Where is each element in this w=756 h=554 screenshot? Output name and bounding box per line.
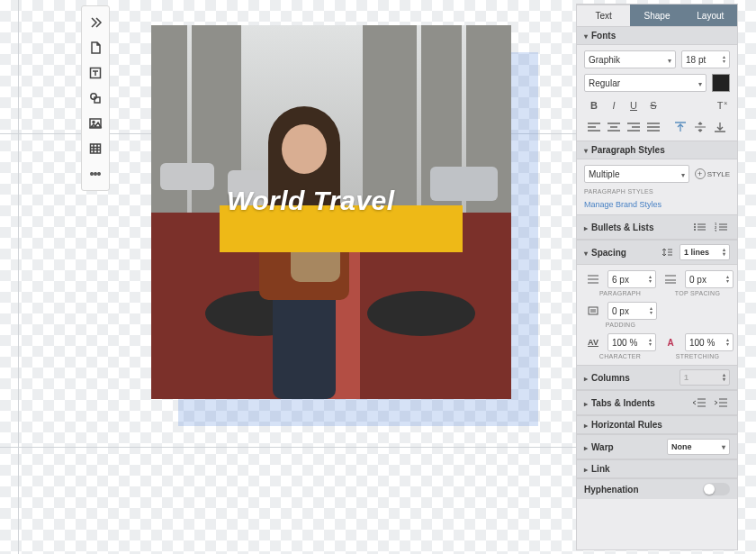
valign-bottom-button[interactable]: [710, 119, 730, 135]
more-icon[interactable]: [84, 161, 107, 186]
svg-point-11: [694, 229, 696, 231]
section-link[interactable]: Link: [577, 459, 737, 478]
bullet-list-button[interactable]: [690, 219, 708, 235]
character-spacing-icon: AV: [584, 334, 602, 350]
top-spacing-input[interactable]: 0 px▴▾: [685, 270, 734, 288]
warp-select[interactable]: None▾: [667, 439, 730, 455]
align-center-button[interactable]: [604, 119, 624, 135]
manage-brand-styles-link[interactable]: Manage Brand Styles: [584, 200, 730, 209]
strike-button[interactable]: S: [644, 97, 663, 114]
section-label: Horizontal Rules: [591, 420, 662, 430]
title-text[interactable]: World Travel: [227, 186, 395, 216]
svg-point-9: [694, 223, 696, 225]
line-spacing-input[interactable]: 1 lines▴▾: [680, 244, 730, 260]
section-warp[interactable]: Warp None▾: [577, 434, 737, 459]
section-fonts[interactable]: Fonts: [577, 26, 737, 45]
svg-point-1: [91, 94, 96, 99]
paragraph-label: PARAGRAPH: [584, 290, 656, 296]
valign-top-button[interactable]: [670, 119, 690, 135]
top-spacing-icon: [662, 271, 680, 287]
top-spacing-label: TOP SPACING: [662, 290, 734, 296]
padding-label: PADDING: [584, 322, 657, 328]
section-label: Hyphenation: [584, 485, 639, 495]
left-toolbar: [81, 5, 110, 191]
table-icon[interactable]: [84, 136, 107, 161]
section-label: Columns: [591, 373, 630, 383]
svg-point-10: [694, 226, 696, 228]
paragraph-style-select[interactable]: Multiple: [584, 165, 689, 183]
expand-icon[interactable]: [84, 10, 107, 35]
font-family-select[interactable]: Graphik: [584, 50, 676, 68]
section-spacing[interactable]: Spacing 1 lines▴▾: [577, 240, 737, 265]
panel-tabs: Text Shape Layout: [577, 5, 737, 26]
paragraph-styles-sublabel: PARAGRAPH STYLES: [584, 188, 730, 195]
section-label: Link: [591, 464, 610, 474]
align-justify-button[interactable]: [644, 119, 663, 135]
indent-button[interactable]: [712, 395, 730, 411]
svg-text:3: 3: [715, 229, 717, 232]
section-paragraph-styles[interactable]: Paragraph Styles: [577, 141, 737, 159]
columns-input[interactable]: 1▴▾: [680, 369, 730, 386]
stretching-icon: A: [662, 334, 680, 350]
tab-text[interactable]: Text: [577, 5, 630, 26]
section-label: Paragraph Styles: [591, 145, 665, 155]
svg-point-8: [98, 173, 100, 175]
svg-point-6: [91, 173, 93, 175]
underline-button[interactable]: U: [624, 97, 644, 114]
align-right-button[interactable]: [624, 119, 644, 135]
tab-shape[interactable]: Shape: [630, 5, 683, 26]
guide-horizontal[interactable]: [0, 447, 576, 448]
align-left-button[interactable]: [584, 119, 604, 135]
image-icon[interactable]: [84, 111, 107, 136]
svg-point-4: [93, 122, 94, 123]
padding-icon: [584, 303, 602, 319]
photo-placeholder: World Travel: [151, 25, 511, 399]
properties-panel: Text Shape Layout Fonts Graphik 18 pt▴▾ …: [576, 4, 738, 550]
section-label: Warp: [591, 442, 614, 452]
stretching-label: STRETCHING: [662, 353, 734, 359]
section-label: Tabs & Indents: [591, 398, 655, 408]
section-label: Bullets & Lists: [591, 223, 653, 232]
shape-icon[interactable]: [84, 86, 107, 111]
tab-layout[interactable]: Layout: [684, 5, 737, 26]
svg-point-7: [94, 173, 96, 175]
section-tabs-indents[interactable]: Tabs & Indents: [577, 390, 737, 415]
italic-button[interactable]: I: [604, 97, 624, 114]
section-hyphenation[interactable]: Hyphenation: [577, 478, 737, 499]
valign-middle-button[interactable]: [690, 119, 710, 135]
section-bullets[interactable]: Bullets & Lists 123: [577, 214, 737, 240]
add-style-button[interactable]: +STYLE: [695, 168, 730, 179]
svg-rect-5: [91, 144, 101, 153]
hyphenation-toggle[interactable]: [703, 483, 730, 495]
numbered-list-button[interactable]: 123: [712, 219, 730, 235]
font-weight-select[interactable]: Regular: [584, 74, 706, 92]
text-icon[interactable]: [84, 60, 107, 86]
section-label: Spacing: [591, 248, 626, 258]
svg-rect-15: [589, 307, 598, 314]
clear-format-button[interactable]: T×: [710, 97, 730, 114]
font-size-input[interactable]: 18 pt▴▾: [681, 50, 730, 68]
section-label: Fonts: [591, 31, 616, 41]
paragraph-spacing-input[interactable]: 6 px▴▾: [608, 270, 656, 288]
bold-button[interactable]: B: [584, 97, 604, 114]
canvas-image-frame[interactable]: World Travel: [151, 25, 511, 399]
section-columns[interactable]: Columns 1▴▾: [577, 365, 737, 390]
stretching-input[interactable]: 100 %▴▾: [685, 333, 734, 351]
font-color-swatch[interactable]: [712, 74, 730, 92]
character-label: CHARACTER: [584, 353, 656, 359]
paragraph-spacing-icon: [584, 271, 602, 287]
page-icon[interactable]: [84, 35, 107, 60]
guide-vertical[interactable]: [18, 0, 19, 554]
section-hrules[interactable]: Horizontal Rules: [577, 415, 737, 434]
line-spacing-icon: [658, 244, 676, 260]
padding-input[interactable]: 0 px▴▾: [608, 302, 657, 320]
outdent-button[interactable]: [690, 395, 708, 411]
character-spacing-input[interactable]: 100 %▴▾: [608, 333, 656, 351]
